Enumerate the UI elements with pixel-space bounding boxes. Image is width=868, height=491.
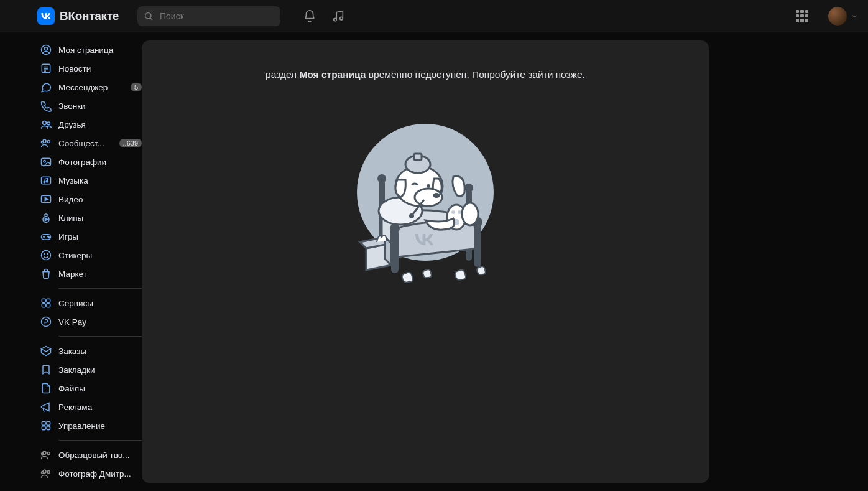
sidebar-item-manage[interactable]: Управление	[40, 416, 142, 435]
logo[interactable]: ВКонтакте	[37, 7, 119, 25]
svg-point-60	[427, 184, 430, 188]
sidebar-item-label: Реклама	[58, 403, 142, 412]
sidebar-item-news[interactable]: Новости	[40, 59, 142, 78]
bookmarks-icon	[40, 363, 52, 376]
svg-rect-33	[47, 299, 50, 302]
badge: ..639	[119, 139, 142, 147]
sidebar-item-chat[interactable]: Мессенджер5	[40, 78, 142, 96]
search-container[interactable]	[137, 6, 280, 26]
phone-icon	[40, 100, 52, 112]
sidebar-item-pay[interactable]: VK Pay	[40, 312, 142, 331]
sick-dog-illustration	[332, 105, 519, 292]
avatar	[828, 7, 847, 26]
sidebar-item-label: Образцовый тво...	[58, 451, 142, 460]
svg-point-30	[44, 254, 45, 255]
svg-point-45	[47, 471, 50, 474]
sidebar-item-label: Закладки	[58, 365, 142, 375]
svg-point-64	[409, 213, 414, 218]
sidebar-item-label: Новости	[58, 64, 142, 73]
vk-logo-icon	[37, 7, 55, 25]
search-input[interactable]	[160, 11, 274, 21]
sidebar-item-ads[interactable]: Реклама	[40, 398, 142, 416]
notifications-icon[interactable]	[303, 9, 316, 23]
svg-rect-32	[42, 299, 45, 302]
chat-icon	[40, 81, 52, 93]
svg-point-68	[458, 210, 461, 214]
community-icon	[40, 137, 52, 149]
orders-icon	[40, 345, 52, 357]
sidebar: Моя страницаНовостиМессенджер5ЗвонкиДруз…	[40, 40, 142, 483]
msg-bold: Моя страница	[299, 69, 366, 80]
apps-grid-icon[interactable]	[796, 10, 808, 22]
svg-rect-59	[414, 154, 422, 160]
svg-point-36	[42, 317, 51, 327]
svg-point-10	[43, 121, 47, 125]
svg-point-16	[44, 161, 45, 162]
header: ВКонтакте	[0, 0, 868, 32]
community-icon	[40, 467, 52, 480]
sidebar-item-bookmarks[interactable]: Закладки	[40, 360, 142, 379]
sidebar-item-user-circle[interactable]: Моя страница	[40, 40, 142, 59]
sidebar-item-label: Управление	[58, 421, 142, 431]
sidebar-item-label: Моя страница	[58, 45, 142, 55]
pay-icon	[40, 316, 52, 328]
stickers-icon	[40, 249, 52, 261]
svg-rect-53	[474, 223, 481, 267]
community-icon	[40, 449, 52, 461]
svg-point-2	[334, 18, 337, 21]
svg-point-18	[44, 181, 45, 183]
svg-point-3	[340, 17, 343, 20]
svg-rect-39	[42, 426, 45, 430]
sidebar-item-label: Друзья	[58, 120, 142, 129]
sidebar-item-label: VK Pay	[58, 317, 142, 327]
sidebar-item-friends[interactable]: Друзья	[40, 115, 142, 134]
sidebar-item-label: Фотографии	[58, 157, 142, 167]
sidebar-item-games[interactable]: Игры	[40, 227, 142, 246]
sidebar-item-services[interactable]: Сервисы	[40, 294, 142, 312]
sidebar-item-label: Видео	[58, 195, 142, 204]
divider	[58, 440, 142, 441]
sidebar-item-label: Сервисы	[58, 299, 142, 308]
svg-point-66	[462, 203, 478, 225]
logo-text: ВКонтакте	[60, 9, 119, 23]
svg-point-42	[47, 452, 50, 455]
sidebar-item-label: Клипы	[58, 213, 142, 223]
msg-suffix: временно недоступен. Попробуйте зайти по…	[366, 69, 584, 80]
sidebar-item-files[interactable]: Файлы	[40, 379, 142, 398]
photo-icon	[40, 156, 52, 168]
search-icon	[144, 11, 154, 21]
sidebar-item-label: Стикеры	[58, 251, 142, 260]
sidebar-item-phone[interactable]: Звонки	[40, 96, 142, 115]
sidebar-item-photo[interactable]: Фотографии	[40, 152, 142, 171]
msg-prefix: раздел	[265, 69, 299, 80]
news-icon	[40, 62, 52, 75]
chevron-down-icon	[851, 12, 858, 20]
svg-point-29	[42, 251, 51, 260]
sidebar-item-label: Музыка	[58, 176, 142, 185]
badge: 5	[131, 83, 142, 91]
clips-icon	[40, 212, 52, 224]
svg-point-46	[42, 472, 44, 474]
svg-line-1	[150, 17, 152, 19]
sidebar-item-orders[interactable]: Заказы	[40, 342, 142, 360]
music-icon	[40, 174, 52, 187]
main-panel: раздел Моя страница временно недоступен.…	[142, 40, 709, 483]
sidebar-item-community[interactable]: Фотограф Дмитр...	[40, 464, 142, 483]
sidebar-item-stickers[interactable]: Стикеры	[40, 246, 142, 264]
svg-point-19	[46, 180, 48, 182]
sidebar-item-clips[interactable]: Клипы	[40, 208, 142, 227]
sidebar-item-community[interactable]: Образцовый тво...	[40, 446, 142, 464]
sidebar-item-video[interactable]: Видео	[40, 190, 142, 208]
sidebar-item-label: Мессенджер	[58, 83, 128, 92]
svg-point-28	[48, 237, 50, 238]
user-menu[interactable]	[828, 7, 858, 26]
sidebar-item-market[interactable]: Маркет	[40, 264, 142, 283]
sidebar-item-community[interactable]: Сообщест.....639	[40, 134, 142, 152]
svg-point-14	[42, 141, 44, 143]
files-icon	[40, 382, 52, 395]
sidebar-item-label: Заказы	[58, 347, 142, 356]
svg-rect-37	[42, 421, 45, 425]
music-icon[interactable]	[331, 9, 345, 23]
sidebar-item-music[interactable]: Музыка	[40, 171, 142, 190]
svg-point-43	[42, 453, 44, 455]
